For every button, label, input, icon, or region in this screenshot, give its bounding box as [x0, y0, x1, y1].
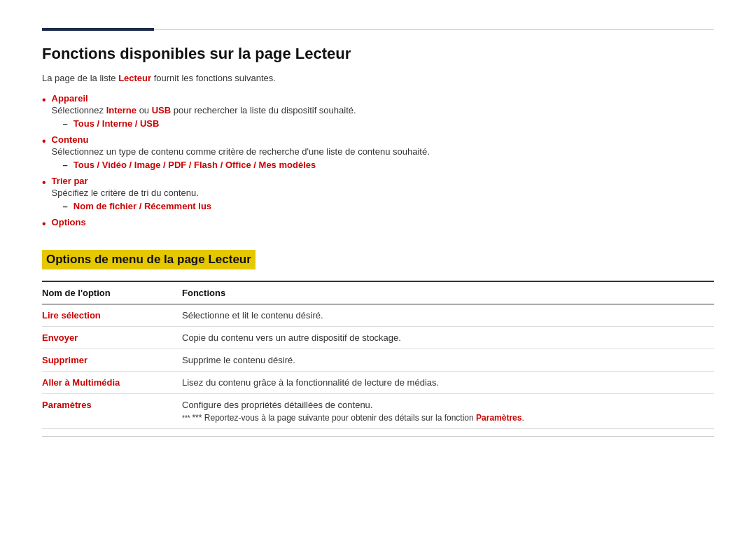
- bullet-content-options: Options: [52, 217, 714, 227]
- footnote-text-after: .: [522, 413, 524, 423]
- page-container: Fonctions disponibles sur la page Lecteu…: [0, 0, 756, 465]
- sub-dash-trier: –: [63, 201, 68, 211]
- link-video-contenu[interactable]: Vidéo: [102, 160, 127, 170]
- table-row: Envoyer Copie du contenu vers un autre d…: [42, 327, 714, 349]
- option-supprimer: Supprimer: [42, 349, 182, 372]
- footnote-text-before: *** Reportez-vous à la page suivante pou…: [192, 413, 476, 423]
- link-tous-contenu[interactable]: Tous: [74, 160, 94, 170]
- option-lire-selection: Lire sélection: [42, 304, 182, 327]
- lecteur-link[interactable]: Lecteur: [118, 73, 151, 83]
- link-mes-modeles-contenu[interactable]: Mes modèles: [259, 160, 316, 170]
- sub-item-trier: – Nom de fichier / Récemment lus: [63, 201, 714, 211]
- intro-text-before: La page de la liste: [42, 73, 118, 83]
- bullet-dot-options: •: [42, 217, 46, 230]
- usb-link[interactable]: USB: [152, 105, 171, 115]
- section2-title-wrapper: Options de menu de la page Lecteur: [42, 236, 714, 281]
- link-tous-appareil[interactable]: Tous: [74, 118, 94, 129]
- sub-links-contenu: Tous / Vidéo / Image / PDF / Flash / Off…: [74, 160, 316, 170]
- table-row: Paramètres Configure des propriétés déta…: [42, 394, 714, 429]
- bullet-label-options: Options: [52, 217, 86, 227]
- bottom-rule: [42, 436, 714, 437]
- link-office-contenu[interactable]: Office: [225, 160, 251, 170]
- option-envoyer: Envoyer: [42, 327, 182, 349]
- desc-aller-multimedia: Lisez du contenu grâce à la fonctionnali…: [182, 372, 714, 394]
- sub-links-trier: Nom de fichier / Récemment lus: [74, 201, 211, 211]
- sub-dash-appareil: –: [63, 118, 68, 129]
- table-row: Aller à Multimédia Lisez du contenu grâc…: [42, 372, 714, 394]
- desc-lire-selection: Sélectionne et lit le contenu désiré.: [182, 304, 714, 327]
- section2-title: Options de menu de la page Lecteur: [42, 250, 255, 269]
- bullet-label-trier: Trier par: [52, 176, 88, 186]
- option-aller-multimedia: Aller à Multimédia: [42, 372, 182, 394]
- page-title: Fonctions disponibles sur la page Lecteu…: [42, 45, 714, 63]
- bullet-options: • Options: [42, 217, 714, 230]
- bullet-label-appareil: Appareil: [52, 93, 88, 104]
- link-image-contenu[interactable]: Image: [134, 160, 161, 170]
- desc-supprimer: Supprime le contenu désiré.: [182, 349, 714, 372]
- link-usb-appareil[interactable]: USB: [140, 118, 159, 129]
- link-nom-fichier[interactable]: Nom de fichier: [74, 201, 136, 211]
- bullet-desc-contenu: Sélectionnez un type de contenu comme cr…: [52, 146, 714, 157]
- accent-bar: [42, 28, 154, 31]
- link-pdf-contenu[interactable]: PDF: [168, 160, 186, 170]
- rule-line: [154, 29, 714, 30]
- bullet-content-appareil: Appareil Sélectionnez Interne ou USB pou…: [52, 93, 714, 129]
- desc-envoyer: Copie du contenu vers un autre dispositi…: [182, 327, 714, 349]
- table-header-row: Nom de l'option Fonctions: [42, 281, 714, 304]
- bullet-dot-contenu: •: [42, 134, 46, 148]
- col2-header: Fonctions: [182, 281, 714, 304]
- bullet-desc-appareil: Sélectionnez Interne ou USB pour recherc…: [52, 105, 714, 115]
- footnote-parametres: *** *** Reportez-vous à la page suivante…: [182, 413, 707, 423]
- intro-text-after: fournit les fonctions suivantes.: [151, 73, 276, 83]
- intro-paragraph: La page de la liste Lecteur fournit les …: [42, 73, 714, 83]
- bullet-dot-trier: •: [42, 176, 46, 189]
- options-table: Nom de l'option Fonctions Lire sélection…: [42, 281, 714, 429]
- link-interne-appareil[interactable]: Interne: [102, 118, 132, 129]
- table-row: Lire sélection Sélectionne et lit le con…: [42, 304, 714, 327]
- footnote-parametres-link[interactable]: Paramètres: [476, 413, 522, 423]
- top-rule: [42, 28, 714, 31]
- option-parametres: Paramètres: [42, 394, 182, 429]
- sub-item-contenu: – Tous / Vidéo / Image / PDF / Flash / O…: [63, 160, 714, 170]
- col1-header: Nom de l'option: [42, 281, 182, 304]
- desc-parametres-text: Configure des propriétés détaillées de c…: [182, 400, 372, 410]
- bullet-trier-par: • Trier par Spécifiez le critère de tri …: [42, 176, 714, 211]
- desc-parametres: Configure des propriétés détaillées de c…: [182, 394, 714, 429]
- sub-dash-contenu: –: [63, 160, 68, 170]
- bullet-appareil: • Appareil Sélectionnez Interne ou USB p…: [42, 93, 714, 129]
- bullet-desc-trier: Spécifiez le critère de tri du contenu.: [52, 188, 714, 198]
- bullet-label-contenu: Contenu: [52, 134, 89, 145]
- bullet-contenu: • Contenu Sélectionnez un type de conten…: [42, 134, 714, 170]
- bullet-content-contenu: Contenu Sélectionnez un type de contenu …: [52, 134, 714, 170]
- link-recemment-lus[interactable]: Récemment lus: [144, 201, 211, 211]
- bullet-dot-appareil: •: [42, 93, 46, 106]
- sub-links-appareil: Tous / Interne / USB: [74, 118, 160, 129]
- interne-link[interactable]: Interne: [106, 105, 136, 115]
- asterisk: ***: [182, 414, 192, 422]
- table-row: Supprimer Supprime le contenu désiré.: [42, 349, 714, 372]
- link-flash-contenu[interactable]: Flash: [194, 160, 218, 170]
- bullet-content-trier: Trier par Spécifiez le critère de tri du…: [52, 176, 714, 211]
- sub-item-appareil: – Tous / Interne / USB: [63, 118, 714, 129]
